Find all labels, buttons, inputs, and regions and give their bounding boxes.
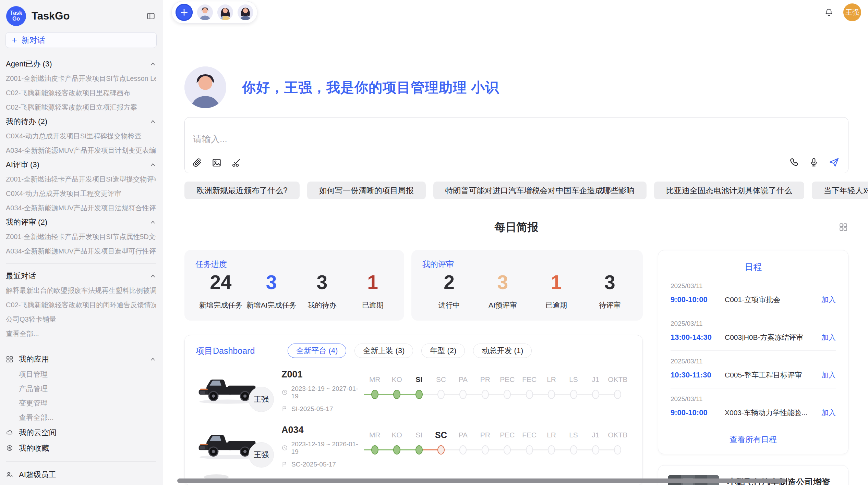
section-my-review[interactable]: 我的评审 (2) bbox=[6, 215, 156, 229]
schedule-event: C003|H0B-方案冻结评审 bbox=[725, 333, 804, 342]
sidebar-collapse-icon[interactable] bbox=[146, 12, 155, 21]
recent-chat-item[interactable]: 公司Q3轻卡销量 bbox=[6, 312, 156, 326]
composer bbox=[184, 117, 848, 173]
recent-chat-item[interactable]: 解释最新出台的欧盟报废车法规再生塑料比例被调至15%... bbox=[6, 283, 156, 298]
schedule-card: 日程 2025/03/11 9:00-10:00 C001-立项审批会 加入 2… bbox=[658, 250, 848, 454]
milestone-dot-todo bbox=[459, 390, 467, 399]
chevron-up-icon[interactable] bbox=[150, 119, 156, 124]
sidebar-item-my-apps[interactable]: 我的应用 bbox=[6, 351, 156, 367]
sidebar-item-help-write[interactable]: 帮我写作 bbox=[6, 483, 156, 485]
image-icon[interactable] bbox=[212, 158, 222, 168]
composer-tools-right bbox=[789, 157, 840, 168]
my-review-card: 我的评审 2 进行中 3 AI预评审 1 bbox=[411, 250, 643, 321]
stat-ai-prereview: 3 AI预评审 bbox=[476, 273, 529, 310]
milestone-dot-done bbox=[371, 445, 378, 455]
topbar-right: 王强 bbox=[824, 3, 861, 21]
milestone-dot-todo bbox=[526, 445, 533, 455]
horizontal-scrollbar[interactable] bbox=[177, 478, 786, 483]
scissors-icon[interactable] bbox=[231, 158, 241, 168]
sidebar-item-ai-staff[interactable]: AI超级员工 bbox=[6, 467, 156, 483]
chevron-up-icon[interactable] bbox=[150, 357, 156, 362]
tab-powertrain[interactable]: 动总开发 (1) bbox=[473, 344, 532, 358]
project-flag: SI-2025-05-17 bbox=[281, 405, 364, 413]
sidebar-item[interactable]: C0X4-动力总成开发项目SI里程碑提交物检查 bbox=[6, 129, 156, 143]
stat-new-done: 24 新增完成任务 bbox=[195, 273, 246, 310]
milestone: KO bbox=[386, 429, 408, 462]
milestone-track: MR KO SI SC PA PR PEC FEC LR LS J1 OKTB bbox=[364, 429, 629, 462]
stats-row: 任务进度 24 新增完成任务 3 新增AI完成任务 3 bbox=[184, 250, 643, 321]
milestone-dot-todo bbox=[437, 390, 445, 399]
chevron-up-icon[interactable] bbox=[150, 273, 156, 279]
sidebar-item[interactable]: C02-飞腾新能源轻客改款项目里程碑画布 bbox=[6, 86, 156, 100]
section-agent-done[interactable]: Agent已办 (3) bbox=[6, 57, 156, 71]
suggestion-chip[interactable]: 欧洲新规最近颁布了什么? bbox=[184, 182, 300, 199]
send-icon[interactable] bbox=[829, 157, 840, 168]
chevron-up-icon[interactable] bbox=[150, 162, 156, 167]
milestone-dot-todo bbox=[614, 445, 621, 455]
suggestion-chips: 欧洲新规最近颁布了什么? 如何写一份清晰的项目周报 特朗普可能对进口汽车增税会对… bbox=[184, 182, 848, 199]
left-column: 任务进度 24 新增完成任务 3 新增AI完成任务 3 bbox=[184, 250, 643, 485]
phone-icon[interactable] bbox=[789, 157, 799, 167]
sidebar-item[interactable]: A034-全新新能源MUV产品开发项目计划变更表编写 bbox=[6, 143, 156, 158]
chevron-up-icon[interactable] bbox=[150, 61, 156, 67]
new-chat-button[interactable]: + 新对话 bbox=[5, 32, 157, 48]
app-item-project-mgmt[interactable]: 项目管理 bbox=[6, 367, 156, 382]
schedule-title: 日程 bbox=[671, 261, 836, 273]
apps-view-all[interactable]: 查看全部... bbox=[6, 410, 156, 425]
tab-new-platform[interactable]: 全新平台 (4) bbox=[288, 344, 346, 358]
app-item-product-mgmt[interactable]: 产品管理 bbox=[6, 382, 156, 396]
sidebar-item[interactable]: A034-全新新能源MUV产品开发项目法规符合性评审 bbox=[6, 201, 156, 215]
schedule-time: 9:00-10:00 bbox=[671, 295, 725, 304]
sidebar-item[interactable]: C0X4-动力总成开发项目工程变更评审 bbox=[6, 186, 156, 201]
project-dashboard-title: 项目Dashboard bbox=[196, 345, 255, 357]
tab-year-model[interactable]: 年型 (2) bbox=[421, 344, 465, 358]
sidebar-item[interactable]: Z001-全新燃油皮卡产品开发项目SI节点Lesson Learn报告 bbox=[6, 71, 156, 86]
agent-avatar-3[interactable] bbox=[238, 4, 253, 20]
join-link[interactable]: 加入 bbox=[816, 408, 836, 418]
sidebar-item[interactable]: Z001-全新燃油轻卡产品开发项目SI造型提交物评审 bbox=[6, 172, 156, 186]
milestone-dot-todo bbox=[570, 390, 577, 399]
recent-chats-view-all[interactable]: 查看全部... bbox=[6, 326, 156, 341]
chat-input[interactable] bbox=[193, 134, 591, 145]
stat-value: 1 bbox=[530, 273, 583, 292]
stat-my-todo: 3 我的待办 bbox=[297, 273, 348, 310]
suggestion-chip[interactable]: 特朗普可能对进口汽车增税会对中国车企造成哪些影响 bbox=[433, 182, 647, 199]
user-avatar[interactable]: 王强 bbox=[843, 3, 861, 21]
section-recent-chats[interactable]: 最近对话 bbox=[6, 269, 156, 283]
cloud-space-label: 我的云空间 bbox=[19, 425, 57, 440]
sidebar-item[interactable]: A034-全新新能源MUV产品开发项目造型可行性评审 bbox=[6, 244, 156, 258]
attachment-icon[interactable] bbox=[192, 158, 202, 168]
task-progress-stats: 24 新增完成任务 3 新增AI完成任务 3 我的待办 bbox=[195, 271, 398, 312]
section-title: Agent已办 (3) bbox=[6, 59, 52, 69]
join-link[interactable]: 加入 bbox=[816, 370, 836, 380]
add-agent-button[interactable] bbox=[176, 4, 193, 21]
microphone-icon[interactable] bbox=[809, 157, 819, 167]
section-ai-review[interactable]: AI评审 (3) bbox=[6, 158, 156, 172]
recent-chat-item[interactable]: C02-飞腾新能源轻客改款项目的闭环通告反馈情况 bbox=[6, 298, 156, 312]
milestone-dot-todo bbox=[459, 445, 467, 455]
agent-avatar-1[interactable] bbox=[197, 4, 213, 20]
view-all-schedule-link[interactable]: 查看所有日程 bbox=[671, 434, 836, 445]
sidebar-item[interactable]: C02-飞腾新能源轻客改款项目立项汇报方案 bbox=[6, 100, 156, 114]
join-link[interactable]: 加入 bbox=[816, 333, 836, 342]
layout-grid-icon[interactable] bbox=[839, 223, 848, 232]
join-link[interactable]: 加入 bbox=[816, 295, 836, 304]
bell-icon[interactable] bbox=[824, 8, 834, 17]
project-row[interactable]: 王强 A034 2023-12-19 ~ 2026-01-19 SC-2025-… bbox=[196, 424, 629, 469]
suggestion-chip[interactable]: 当下年轻人对汽车外观有怎样的喜好趋势 bbox=[812, 182, 868, 199]
ai-staff-label: AI超级员工 bbox=[19, 467, 56, 483]
sidebar-item[interactable]: Z001-全新燃油轻卡产品开发项目SI节点属性5D文件评审 bbox=[6, 229, 156, 244]
tab-new-body[interactable]: 全新上装 (3) bbox=[354, 344, 413, 358]
sidebar-lists: Agent已办 (3) Z001-全新燃油皮卡产品开发项目SI节点Lesson … bbox=[0, 48, 162, 485]
suggestion-chip[interactable]: 比亚迪全固态电池计划具体说了什么 bbox=[654, 182, 804, 199]
agent-avatar-2[interactable] bbox=[217, 4, 233, 20]
project-row[interactable]: 王强 Z001 2023-12-19 ~ 2027-01-19 SI-2025-… bbox=[196, 368, 629, 413]
sidebar-item-favorites[interactable]: 我的收藏 bbox=[6, 440, 156, 456]
milestone: KO bbox=[386, 374, 408, 407]
section-my-todo[interactable]: 我的待办 (2) bbox=[6, 114, 156, 129]
users-icon bbox=[6, 471, 13, 478]
app-item-change-mgmt[interactable]: 变更管理 bbox=[6, 396, 156, 410]
sidebar-item-cloud-space[interactable]: 我的云空间 bbox=[6, 425, 156, 440]
suggestion-chip[interactable]: 如何写一份清晰的项目周报 bbox=[307, 182, 426, 199]
chevron-up-icon[interactable] bbox=[150, 220, 156, 225]
